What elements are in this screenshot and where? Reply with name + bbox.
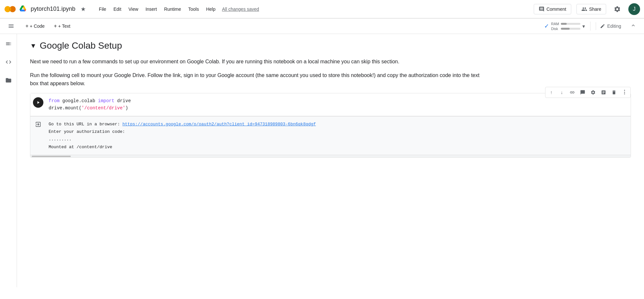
output-line-3: ......... [49, 135, 628, 143]
code-rest-1: drive [115, 98, 131, 103]
cell-scrollbar[interactable] [30, 155, 631, 157]
move-down-icon: ↓ [561, 90, 563, 95]
all-changes-saved: All changes saved [222, 7, 259, 12]
output-line-1: Go to this URL in a browser: https://acc… [49, 120, 628, 128]
toolbar-divider [590, 22, 590, 31]
output-link[interactable]: https://accounts.google.com/o/oauth2/aut… [122, 122, 316, 127]
code-content[interactable]: from google.colab import drive drive.mou… [46, 93, 631, 116]
keyword-import: import [98, 98, 114, 103]
code-string: '/content/drive' [82, 105, 125, 111]
code-module: google.colab [60, 98, 98, 103]
sidebar-toc-icon[interactable] [3, 38, 14, 50]
delete-icon [611, 90, 617, 95]
menu-view[interactable]: View [125, 5, 142, 13]
section-title: Google Colab Setup [40, 40, 122, 51]
code-mount: drive.mount( [49, 105, 82, 111]
code-line-1: from google.colab import drive [49, 97, 628, 104]
cell-container: ↑ ↓ [30, 93, 631, 158]
editing-button[interactable]: Editing [596, 22, 625, 30]
ram-bar-fill [561, 23, 567, 25]
share-icon [581, 6, 587, 12]
add-text-label: + Text [58, 24, 70, 29]
output-text-1: Go to this URL in a browser: [49, 122, 122, 127]
move-up-icon: ↑ [550, 90, 553, 95]
menu-row: File Edit View Insert Runtime Tools Help… [90, 3, 264, 15]
more-icon: ⋮ [622, 90, 627, 95]
cell-settings-icon [590, 90, 596, 95]
keyword-from: from [49, 98, 60, 103]
code-line-2: drive.mount('/content/drive') [49, 104, 628, 112]
ram-disk-widget[interactable]: ✓ RAM Disk ▾ [544, 22, 585, 31]
star-icon[interactable]: ★ [81, 6, 86, 13]
cell-expand-button[interactable] [599, 88, 608, 97]
run-button-area [30, 93, 46, 116]
menu-tools[interactable]: Tools [185, 5, 202, 13]
output-cell: Go to this URL in a browser: https://acc… [30, 116, 631, 155]
add-code-button[interactable]: + + Code [22, 22, 48, 30]
settings-gear[interactable] [611, 3, 623, 15]
output-icon-area [30, 117, 46, 155]
output-line-4: Mounted at /content/drive [49, 143, 628, 151]
left-sidebar [0, 34, 17, 287]
ram-disk-bars: RAM Disk [551, 22, 580, 31]
menu-insert[interactable]: Insert [142, 5, 160, 13]
cell-link-button[interactable] [568, 88, 577, 97]
checkmark-icon: ✓ [544, 23, 549, 30]
cell-delete-button[interactable] [609, 88, 619, 97]
content-area: ▼ Google Colab Setup Next we need to run… [17, 34, 644, 287]
resource-dropdown-icon[interactable]: ▾ [582, 23, 585, 29]
cell-more-button[interactable]: ⋮ [620, 88, 629, 97]
menu-help[interactable]: Help [203, 5, 219, 13]
drive-icon [20, 6, 26, 12]
share-button[interactable]: Share [576, 4, 606, 14]
cell-move-down-button[interactable]: ↓ [557, 88, 566, 97]
ram-label: RAM [551, 22, 560, 26]
output-line-2: Enter your authorization code: [49, 128, 628, 135]
ram-bar [561, 23, 580, 25]
notebook-title[interactable]: pytorch101.ipynb [31, 6, 75, 12]
disk-bar-fill [561, 28, 570, 30]
collapse-button[interactable] [628, 21, 639, 31]
topbar: pytorch101.ipynb ★ File Edit View Insert… [0, 0, 644, 18]
run-button[interactable] [33, 97, 43, 108]
cell-settings-button[interactable] [589, 88, 598, 97]
menu-file[interactable]: File [96, 5, 110, 13]
menu-runtime[interactable]: Runtime [161, 5, 184, 13]
scrollbar-thumb[interactable] [32, 156, 71, 157]
code-end: ) [125, 105, 128, 111]
top-right: Comment Share J [534, 3, 640, 15]
sidebar-files-icon[interactable] [3, 74, 14, 86]
menu-edit[interactable]: Edit [110, 5, 125, 13]
add-text-icon: + [54, 23, 57, 29]
sidebar-code-icon[interactable] [3, 56, 14, 68]
cell-comment-button[interactable] [578, 88, 587, 97]
toolbar-right: ✓ RAM Disk ▾ [544, 21, 639, 31]
disk-label: Disk [551, 27, 560, 31]
section-header: ▼ Google Colab Setup [30, 40, 631, 51]
cell-toolbar: ↑ ↓ [545, 87, 631, 98]
editing-label: Editing [607, 24, 621, 29]
add-code-icon: + [25, 23, 28, 29]
main-layout: ▼ Google Colab Setup Next we need to run… [0, 34, 644, 287]
add-text-button[interactable]: + + Text [51, 22, 74, 30]
comment-label: Comment [546, 7, 566, 12]
sidebar-toggle-icon[interactable] [5, 20, 17, 32]
toolbar-row: + + Code + + Text ✓ RAM Disk [0, 18, 644, 34]
share-label: Share [589, 7, 601, 12]
add-code-label: + Code [30, 24, 45, 29]
output-arrow-icon [35, 121, 41, 128]
code-cell: from google.colab import drive drive.mou… [30, 93, 631, 116]
link-icon [570, 90, 575, 95]
paragraph-2: Run the following cell to mount your Goo… [30, 71, 487, 88]
paragraph-1: Next we need to run a few commands to se… [30, 57, 487, 66]
pencil-icon [600, 24, 605, 29]
output-content: Go to this URL in a browser: https://acc… [46, 117, 631, 155]
colab-logo[interactable] [4, 3, 16, 15]
section-collapse-arrow[interactable]: ▼ [30, 42, 37, 50]
cell-move-up-button[interactable]: ↑ [547, 88, 556, 97]
disk-bar [561, 28, 580, 30]
comment-button[interactable]: Comment [534, 4, 571, 14]
expand-icon [601, 90, 606, 95]
comment-icon [539, 6, 544, 12]
user-avatar[interactable]: J [628, 3, 640, 15]
